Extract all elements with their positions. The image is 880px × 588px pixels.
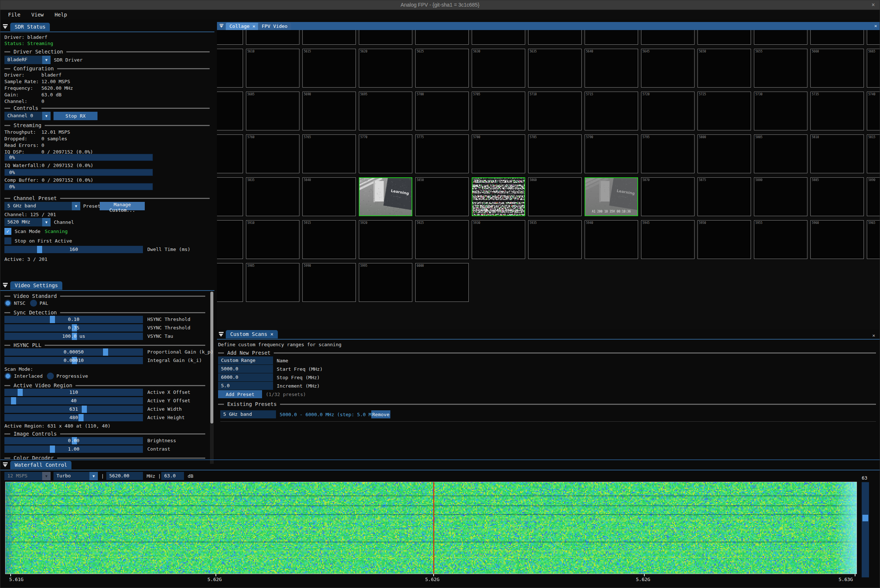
collage-cell-5925[interactable]: 5925 — [415, 220, 469, 259]
collage-cell-5920[interactable]: 5920 — [359, 220, 412, 259]
collage-cell-5655[interactable]: 5655 — [754, 49, 808, 87]
collage-cell-5810[interactable]: 5810 — [810, 135, 864, 173]
panel-close-icon[interactable]: × — [872, 333, 875, 338]
collage-cell-5980[interactable]: 5980 — [217, 263, 243, 302]
channel-combo[interactable]: Channel 0▼ — [5, 112, 51, 120]
progressive-radio[interactable] — [47, 373, 54, 380]
tab-close-icon[interactable]: × — [252, 24, 255, 29]
remove-preset-button[interactable]: Remove — [371, 410, 390, 418]
collage-cell-5730[interactable]: 5730 — [754, 92, 808, 130]
menu-file[interactable]: File — [8, 12, 21, 18]
collage-cell-5625[interactable]: 5625 — [415, 49, 469, 87]
collage-cell-5645[interactable]: 5645 — [641, 49, 695, 87]
collage-cell-5665[interactable]: 5665 — [867, 49, 880, 87]
scan-mode-checkbox[interactable]: ✓ — [5, 228, 11, 235]
collage-cell-5935[interactable]: 5935 — [528, 220, 582, 259]
collage-cell-5630[interactable]: 5630 — [472, 49, 525, 87]
collage-cell-5560[interactable]: 5560 — [528, 30, 582, 45]
collage-cell-5720[interactable]: 5720 — [641, 92, 695, 130]
collage-cell-5690[interactable]: 5690 — [302, 92, 356, 130]
channel-freq-combo[interactable]: 5620 MHz▼ — [5, 218, 51, 226]
collage-cell-6000[interactable]: 6000 — [415, 263, 469, 302]
collage-cell-5610[interactable]: 5610 — [246, 49, 299, 87]
existing-preset-name[interactable]: 5 GHz band — [220, 410, 276, 418]
collage-cell-5785[interactable]: 5785 — [528, 135, 582, 173]
collage-cell-5885[interactable]: 5885 — [810, 177, 864, 216]
ntsc-radio[interactable] — [5, 300, 11, 307]
collage-cell-5800[interactable]: 5800 — [697, 135, 751, 173]
waterfall-gain-slider-handle[interactable] — [862, 515, 868, 521]
collage-cell-5890[interactable]: 5890 — [867, 177, 880, 216]
collage-cell-5950[interactable]: 5950 — [697, 220, 751, 259]
chevron-down-icon[interactable]: ▼ — [89, 472, 98, 480]
collage-cell-5860[interactable]: 5860 — [528, 177, 582, 216]
collage-cell-5915[interactable]: 5915 — [302, 220, 356, 259]
tab-waterfall-control[interactable]: Waterfall Control — [10, 461, 72, 469]
collapse-icon[interactable] — [219, 24, 223, 27]
stop-first-checkbox[interactable] — [5, 237, 11, 244]
collage-cell-5605[interactable]: 5605 — [217, 49, 243, 87]
chevron-down-icon[interactable]: ▼ — [72, 202, 80, 210]
waterfall-spectrogram[interactable] — [5, 482, 857, 574]
collage-cell-5710[interactable]: 5710 — [528, 92, 582, 130]
waterfall-gain-slider[interactable] — [862, 482, 869, 578]
preset-name-input[interactable]: Custom Range — [218, 357, 273, 364]
collage-cell-5545[interactable]: 5545 — [359, 30, 412, 45]
collage-cell-5735[interactable]: 5735 — [810, 92, 864, 130]
collage-cell-5850[interactable]: 5850 — [415, 177, 469, 216]
collage-cell-5530[interactable]: 5530 — [217, 30, 243, 45]
collage-cell-5570[interactable]: 5570 — [641, 30, 695, 45]
tab-custom-scans[interactable]: Custom Scans × — [226, 330, 278, 339]
collage-cell-5705[interactable]: 5705 — [472, 92, 525, 130]
collage-cell-5715[interactable]: 5715 — [584, 92, 638, 130]
window-close-icon[interactable]: × — [872, 2, 875, 8]
collage-cell-5760[interactable]: 5760 — [246, 135, 299, 173]
collage-cell-5695[interactable]: 5695 — [359, 92, 412, 130]
collage-cell-5960[interactable]: 5960 — [810, 220, 864, 259]
collage-cell-5765[interactable]: 5765 — [302, 135, 356, 173]
collage-cell-5990[interactable]: 5990 — [302, 263, 356, 302]
collapse-icon[interactable] — [3, 24, 8, 30]
collage-cell-5640[interactable]: 5640 — [584, 49, 638, 87]
collage-cell-5815[interactable]: 5815 — [867, 135, 880, 173]
collage-cell-5790[interactable]: 5790 — [584, 135, 638, 173]
collage-cell-5740[interactable]: 5740 — [867, 92, 880, 130]
stop-freq-input[interactable]: 6000.0 — [218, 374, 273, 381]
collage-cell-5725[interactable]: 5725 — [697, 92, 751, 130]
collage-cell-5930[interactable]: 5930 — [472, 220, 525, 259]
collage-cell-5870[interactable]: 5870 — [641, 177, 695, 216]
tab-fpv-video[interactable]: FPV Video — [258, 23, 291, 30]
collage-cell-5795[interactable]: 5795 — [641, 135, 695, 173]
collage-cell-5880[interactable]: 5880 — [754, 177, 808, 216]
chevron-down-icon[interactable]: ▼ — [42, 112, 51, 120]
increment-input[interactable]: 5.0 — [218, 382, 273, 390]
add-preset-button[interactable]: Add Preset — [218, 390, 262, 398]
collage-cell-5995[interactable]: 5995 — [359, 263, 412, 302]
panel-close-icon[interactable]: × — [874, 23, 877, 28]
collage-cell-5535[interactable]: 5535 — [246, 30, 299, 45]
collage-cell-5580[interactable]: 5580 — [754, 30, 808, 45]
collage-cell-5775[interactable]: 5775 — [415, 135, 469, 173]
collage-cell-5555[interactable]: 5555 — [472, 30, 525, 45]
speed-combo[interactable]: Turbo▼ — [54, 472, 98, 480]
collage-cell-5550[interactable]: 5550 — [415, 30, 469, 45]
tab-video-settings[interactable]: Video Settings — [10, 281, 62, 290]
menu-help[interactable]: Help — [55, 12, 67, 18]
pal-radio[interactable] — [30, 300, 37, 307]
chevron-down-icon[interactable]: ▼ — [42, 218, 51, 226]
start-freq-input[interactable]: 5000.0 — [218, 365, 273, 373]
collage-cell-5910[interactable]: 5910 — [246, 220, 299, 259]
collage-cell-5835[interactable]: 5835 — [246, 177, 299, 216]
collapse-icon[interactable] — [219, 332, 224, 338]
collage-cell-5965[interactable]: 5965 — [867, 220, 880, 259]
tab-sdr-status[interactable]: SDR Status — [10, 23, 50, 31]
menu-view[interactable]: View — [32, 12, 44, 18]
chevron-down-icon[interactable]: ▼ — [42, 56, 51, 64]
tab-collage[interactable]: Collage × — [226, 23, 259, 30]
collage-cell-5590[interactable]: 5590 — [867, 30, 880, 45]
stop-rx-button[interactable]: Stop RX — [54, 112, 98, 120]
sample-rate-combo[interactable]: 12 MSPS▼ — [5, 472, 51, 480]
collage-cell-5845[interactable]: 58455845 — [359, 177, 412, 216]
sdr-driver-combo[interactable]: BladeRF▼ — [5, 56, 51, 64]
collage-cell-5985[interactable]: 5985 — [246, 263, 299, 302]
